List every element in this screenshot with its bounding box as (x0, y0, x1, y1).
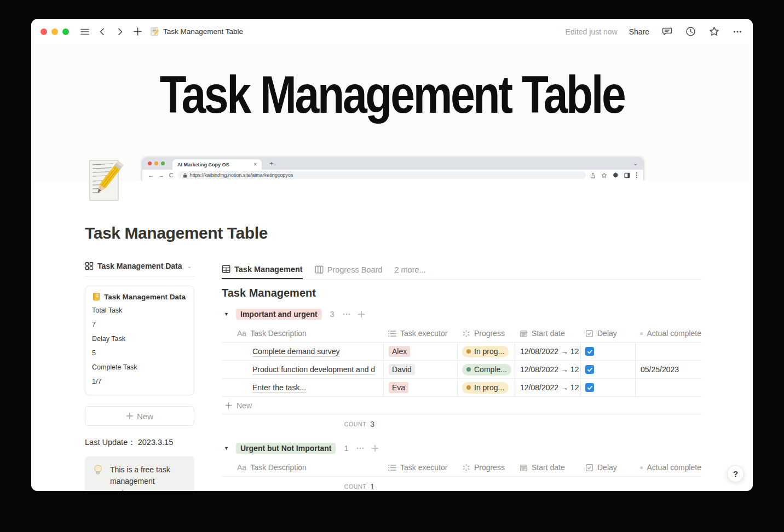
new-row-label: New (237, 401, 252, 410)
group-badge[interactable]: Urgent but Not Important (236, 443, 336, 454)
calendar-icon (640, 329, 643, 338)
window-controls (41, 28, 69, 35)
column-header-delay[interactable]: Delay (580, 325, 635, 342)
tab-task-management[interactable]: Task Management (222, 260, 303, 279)
group-more-icon[interactable] (342, 310, 351, 319)
executor-tag: David (389, 364, 415, 375)
page-memo-icon (150, 27, 159, 36)
calendar-icon (520, 329, 528, 338)
group-more-icon[interactable] (356, 444, 365, 453)
executor-cell[interactable]: Alex (383, 343, 457, 360)
progress-cell[interactable]: Comple... (457, 361, 515, 378)
delay-cell[interactable] (580, 379, 635, 396)
callout-text: This is a free task management system. (110, 464, 179, 491)
column-header-start-date[interactable]: Start date (515, 459, 580, 476)
browser-star-icon (601, 172, 607, 178)
new-page-icon[interactable] (131, 26, 143, 38)
column-header-description[interactable]: AaTask Description (222, 325, 383, 342)
actual-complete-cell[interactable]: 05/25/2023 (635, 361, 701, 378)
executor-cell[interactable]: Eva (383, 379, 457, 396)
status-pill: Comple... (462, 364, 511, 375)
linked-view-header[interactable]: Task Management Data ⌄ (85, 262, 194, 276)
plus-icon (225, 402, 232, 409)
database-title: Task Management (222, 287, 701, 299)
actual-complete-cell[interactable] (635, 379, 701, 396)
favorite-star-icon[interactable] (708, 26, 720, 38)
field-label: Complete Task (92, 360, 187, 374)
toggle-triangle-icon[interactable]: ▼ (224, 446, 234, 451)
tab-progress-board[interactable]: Progress Board (315, 260, 383, 279)
group-badge[interactable]: Important and urgent (236, 309, 322, 320)
toggle-triangle-icon[interactable]: ▼ (224, 311, 234, 317)
comments-icon[interactable] (661, 26, 673, 38)
column-header-delay[interactable]: Delay (580, 459, 635, 476)
task-title-cell[interactable]: Complete demand survey (222, 343, 383, 360)
table-row[interactable]: Complete demand survey Alex In prog... 1… (222, 343, 701, 361)
field-label: Total Task (92, 303, 187, 317)
checkbox-checked-icon[interactable] (585, 365, 594, 374)
select-list-icon (388, 464, 396, 471)
group-header-urgent-not-important: ▼ Urgent but Not Important 1 (222, 441, 701, 456)
column-header-description[interactable]: AaTask Description (222, 459, 383, 476)
start-date-cell[interactable]: 12/08/2022 → 12 (515, 379, 580, 396)
table-row[interactable]: Enter the task... Eva In prog... 12/08/2… (222, 379, 701, 397)
column-header-progress[interactable]: Progress (457, 325, 515, 342)
column-header-actual-complete[interactable]: Actual complete (635, 459, 701, 476)
tab-label: Task Management (234, 265, 303, 274)
field-value: 5 (92, 346, 187, 360)
delay-cell[interactable] (580, 343, 635, 360)
column-header-executor[interactable]: Task executor (383, 459, 457, 476)
tab-label: Progress Board (327, 265, 383, 274)
view-title: Task Management Data (97, 262, 182, 270)
browser-mockup-window-controls (148, 161, 165, 165)
new-row-button[interactable]: New (222, 397, 701, 414)
executor-tag: Eva (389, 382, 408, 393)
table-header-row: AaTask Description Task executor Progres… (222, 325, 701, 343)
browser-tab-title: AI Marketing Copy OS (177, 162, 229, 167)
column-header-actual-complete[interactable]: Actual complete (635, 325, 701, 342)
task-title-cell[interactable]: Product function development and d (222, 361, 383, 378)
group-add-icon[interactable] (358, 310, 365, 318)
minimize-window-button[interactable] (51, 28, 58, 35)
app-window: Task Management Table Edited just now Sh… (31, 19, 753, 491)
calendar-icon (640, 464, 643, 472)
checkbox-checked-icon[interactable] (585, 347, 594, 356)
start-date-cell[interactable]: 12/08/2022 → 12 (515, 361, 580, 378)
sidebar-new-button[interactable]: New (85, 406, 194, 426)
column-header-executor[interactable]: Task executor (383, 325, 457, 342)
gallery-card[interactable]: Task Management Data Total Task 7 Delay … (85, 286, 194, 395)
field-label: Delay Task (92, 332, 187, 346)
checkbox-checked-icon[interactable] (585, 383, 594, 392)
delay-cell[interactable] (580, 361, 635, 378)
menu-icon[interactable] (79, 26, 91, 38)
plus-icon (126, 412, 134, 420)
history-icon[interactable] (684, 26, 696, 38)
share-button[interactable]: Share (629, 27, 649, 36)
gallery-view-icon (85, 262, 94, 270)
zoom-window-button[interactable] (62, 28, 69, 35)
column-header-progress[interactable]: Progress (457, 459, 515, 476)
browser-url: https://kaibinding.notion.site/aimarketi… (190, 172, 293, 178)
back-icon[interactable] (96, 26, 108, 38)
group-add-icon[interactable] (371, 444, 379, 452)
start-date-cell[interactable]: 12/08/2022 → 12 (515, 343, 580, 360)
executor-cell[interactable]: David (383, 361, 457, 378)
status-dot-icon (466, 385, 471, 390)
extensions-puzzle-icon (613, 172, 619, 178)
main-content: Task Management Progress Board 2 more...… (222, 260, 701, 491)
table-row[interactable]: Product function development and d David… (222, 361, 701, 379)
page-icon-pencil-memo[interactable] (88, 159, 125, 202)
progress-cell[interactable]: In prog... (457, 343, 515, 360)
actual-complete-cell[interactable] (635, 343, 701, 360)
task-title-cell[interactable]: Enter the task... (222, 379, 383, 396)
close-window-button[interactable] (41, 28, 47, 35)
progress-cell[interactable]: In prog... (457, 379, 515, 396)
tabs-more[interactable]: 2 more... (394, 260, 425, 279)
breadcrumb[interactable]: Task Management Table (150, 27, 243, 36)
browser-mockup-tabstrip: AI Marketing Copy OS × + ⌄ (142, 157, 643, 170)
column-header-start-date[interactable]: Start date (515, 325, 580, 342)
browser-menu-kebab-icon (636, 172, 638, 178)
more-options-icon[interactable] (731, 26, 743, 38)
forward-icon[interactable] (114, 26, 126, 38)
help-button[interactable]: ? (727, 465, 744, 482)
